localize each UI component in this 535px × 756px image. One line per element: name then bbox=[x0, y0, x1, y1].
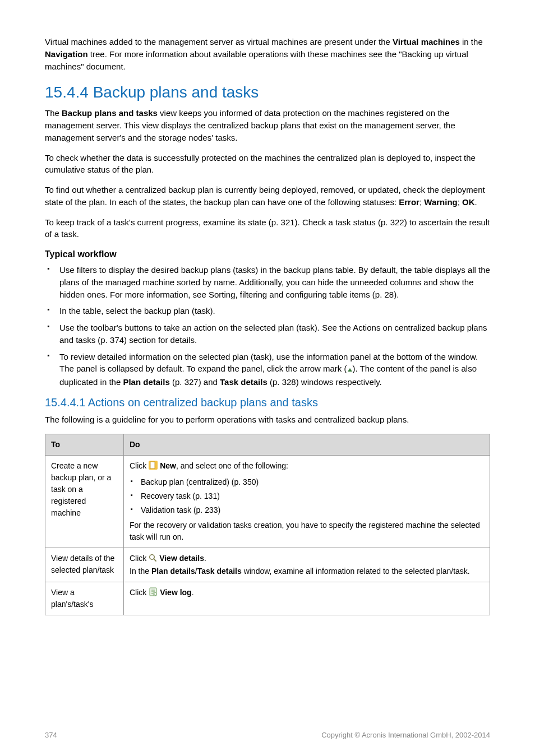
paragraph: The following is a guideline for you to … bbox=[45, 414, 490, 426]
table-row: Create a new backup plan, or a task on a… bbox=[45, 455, 490, 548]
page-number: 374 bbox=[45, 731, 57, 739]
text: Click bbox=[130, 461, 149, 470]
bold: Warning bbox=[424, 197, 457, 207]
text: ; bbox=[458, 197, 462, 207]
cell-to: View a plan's/task's bbox=[45, 582, 124, 615]
paragraph: To keep track of a task's current progre… bbox=[45, 216, 490, 241]
bold: Task details bbox=[220, 377, 268, 387]
bold: Backup plans and tasks bbox=[62, 108, 158, 118]
text: Click bbox=[130, 554, 149, 563]
cell-do: Click View log. bbox=[124, 582, 490, 615]
text: , and select one of the following: bbox=[176, 461, 288, 470]
intro-paragraph: Virtual machines added to the management… bbox=[45, 36, 490, 72]
copyright: Copyright © Acronis International GmbH, … bbox=[321, 731, 490, 739]
cell-to: Create a new backup plan, or a task on a… bbox=[45, 455, 124, 548]
list-item: Backup plan (centralized) (p. 350) bbox=[130, 476, 484, 488]
arrow-up-icon bbox=[347, 364, 353, 376]
col-to: To bbox=[45, 434, 124, 455]
cell-do: Click New, and select one of the followi… bbox=[124, 455, 490, 548]
paragraph: To check whether the data is successfull… bbox=[45, 152, 490, 177]
bold: OK bbox=[462, 197, 475, 207]
magnifier-icon bbox=[149, 554, 157, 565]
list-item: In the table, select the backup plan (ta… bbox=[45, 305, 490, 317]
cell-to: View details of the selected plan/task bbox=[45, 548, 124, 582]
svg-point-10 bbox=[154, 593, 155, 595]
paragraph: To find out whether a centralized backup… bbox=[45, 184, 490, 208]
col-do: Do bbox=[124, 434, 490, 455]
bold: Plan details bbox=[151, 567, 195, 576]
list-item: Validation task (p. 233) bbox=[130, 504, 484, 516]
list-item: Use the toolbar's buttons to take an act… bbox=[45, 322, 490, 346]
text: Click bbox=[130, 588, 149, 597]
note-text: For the recovery or validation tasks cre… bbox=[130, 520, 484, 543]
heading-actions-on-centralized: 15.4.4.1 Actions on centralized backup p… bbox=[45, 396, 490, 409]
list-item: Use filters to display the desired backu… bbox=[45, 264, 490, 300]
view-details-label: View details bbox=[159, 554, 204, 563]
text: . bbox=[475, 197, 477, 207]
text: In the bbox=[130, 567, 151, 576]
bold: Task details bbox=[197, 567, 242, 576]
bold: Virtual machines bbox=[393, 37, 460, 47]
bold: Error bbox=[399, 197, 419, 207]
bold: Navigation bbox=[45, 49, 88, 59]
table-header-row: To Do bbox=[45, 434, 490, 455]
text: in the bbox=[460, 37, 483, 47]
text: (p. 327) and bbox=[170, 377, 220, 387]
svg-marker-0 bbox=[348, 368, 352, 372]
heading-typical-workflow: Typical workflow bbox=[45, 249, 490, 259]
log-icon bbox=[149, 587, 158, 600]
text: (p. 328) windows respectively. bbox=[268, 377, 382, 387]
text: Virtual machines added to the management… bbox=[45, 37, 393, 47]
sub-list: Backup plan (centralized) (p. 350) Recov… bbox=[130, 476, 484, 516]
text: window, examine all information related … bbox=[242, 567, 470, 576]
cell-do: Click View details. In the Plan details/… bbox=[124, 548, 490, 582]
bold: Plan details bbox=[123, 377, 169, 387]
actions-table: To Do Create a new backup plan, or a tas… bbox=[45, 434, 490, 615]
list-item: To review detailed information on the se… bbox=[45, 351, 490, 388]
list-item: Recovery task (p. 131) bbox=[130, 490, 484, 502]
new-document-icon bbox=[149, 461, 158, 473]
view-log-label: View log bbox=[160, 588, 192, 597]
paragraph: The Backup plans and tasks view keeps yo… bbox=[45, 107, 490, 143]
page-footer: 374 Copyright © Acronis International Gm… bbox=[45, 731, 490, 739]
new-label: New bbox=[160, 461, 176, 470]
table-row: View details of the selected plan/task C… bbox=[45, 548, 490, 582]
workflow-list: Use filters to display the desired backu… bbox=[45, 264, 490, 388]
text: The bbox=[45, 108, 62, 118]
heading-backup-plans-and-tasks: 15.4.4 Backup plans and tasks bbox=[45, 84, 490, 101]
text: tree. For more information about availab… bbox=[45, 49, 468, 71]
svg-line-4 bbox=[154, 559, 156, 561]
table-row: View a plan's/task's Click View log. bbox=[45, 582, 490, 615]
